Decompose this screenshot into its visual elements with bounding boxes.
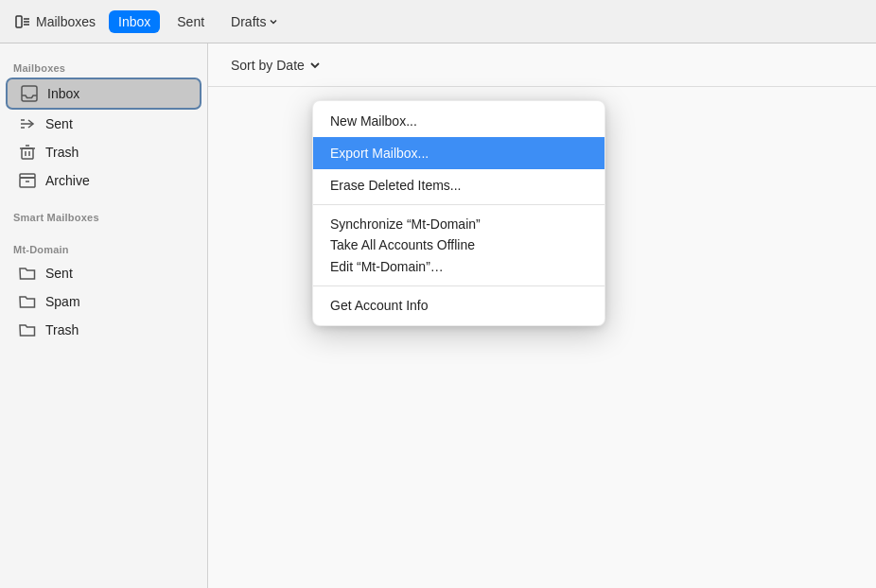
context-menu-separator-2	[313, 285, 604, 286]
sidebar-item-trash-label: Trash	[45, 145, 79, 160]
sidebar-section-mtdomain: Mt-Domain	[0, 234, 207, 259]
sidebar-section-mailboxes: Mailboxes	[0, 53, 207, 78]
tab-drafts[interactable]: Drafts	[221, 10, 288, 33]
context-menu-item-export-mailbox[interactable]: Export Mailbox...	[313, 137, 604, 169]
trash-icon	[19, 144, 36, 161]
sent-icon	[19, 115, 36, 132]
context-menu-overlay[interactable]: New Mailbox... Export Mailbox... Erase D…	[208, 43, 876, 588]
context-menu-item-new-mailbox[interactable]: New Mailbox...	[313, 105, 604, 137]
archive-icon	[19, 172, 36, 189]
chevron-down-icon	[269, 17, 278, 26]
main-area: Mailboxes Inbox Sent	[0, 43, 876, 588]
sidebar-item-sent-label: Sent	[45, 116, 73, 131]
sidebar: Mailboxes Inbox Sent	[0, 43, 208, 588]
folder-icon	[19, 293, 36, 310]
sidebar-item-mt-sent-label: Sent	[45, 266, 73, 281]
mailboxes-label: Mailboxes	[36, 14, 96, 29]
sidebar-item-inbox-label: Inbox	[47, 86, 79, 101]
sidebar-item-mt-trash[interactable]: Trash	[6, 316, 201, 344]
titlebar: Mailboxes Inbox Sent Drafts	[0, 0, 876, 43]
context-menu-item-account-actions[interactable]: Synchronize “Mt-Domain” Take All Account…	[313, 208, 604, 283]
sidebar-item-inbox[interactable]: Inbox	[6, 78, 201, 110]
tab-inbox[interactable]: Inbox	[109, 10, 160, 33]
context-menu-item-erase-deleted[interactable]: Erase Deleted Items...	[313, 169, 604, 201]
context-menu-separator-1	[313, 204, 604, 205]
svg-rect-0	[16, 16, 22, 27]
folder-icon	[19, 265, 36, 282]
tab-sent[interactable]: Sent	[167, 10, 214, 33]
context-menu: New Mailbox... Export Mailbox... Erase D…	[312, 100, 605, 326]
sidebar-section-smart: Smart Mailboxes	[0, 202, 207, 227]
sidebar-item-sent[interactable]: Sent	[6, 110, 201, 138]
sidebar-item-trash[interactable]: Trash	[6, 138, 201, 166]
svg-rect-13	[20, 178, 35, 187]
sidebar-item-archive-label: Archive	[45, 173, 90, 188]
folder-icon	[19, 321, 36, 338]
svg-rect-8	[22, 148, 33, 159]
sidebar-item-mt-sent[interactable]: Sent	[6, 259, 201, 287]
context-menu-item-get-account-info[interactable]: Get Account Info	[313, 289, 604, 321]
inbox-icon	[21, 85, 38, 102]
sidebar-toggle-icon	[15, 14, 30, 29]
sidebar-item-mt-spam-label: Spam	[45, 294, 80, 309]
svg-rect-4	[22, 86, 37, 101]
mailboxes-button[interactable]: Mailboxes	[9, 10, 101, 33]
sidebar-item-mt-trash-label: Trash	[45, 322, 79, 337]
content-area: Sort by Date New Mailbox... Export Mailb…	[208, 43, 876, 588]
sidebar-item-archive[interactable]: Archive	[6, 166, 201, 195]
sidebar-item-mt-spam[interactable]: Spam	[6, 287, 201, 316]
svg-rect-14	[20, 174, 35, 178]
